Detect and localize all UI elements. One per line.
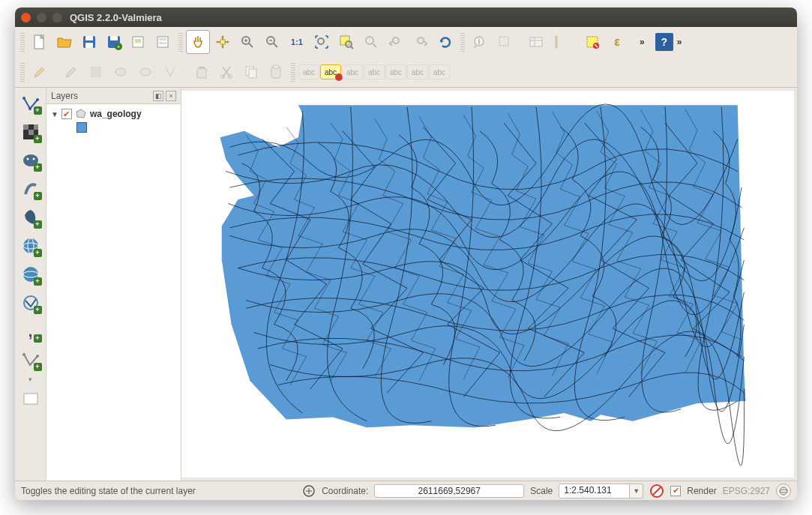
statusbar-hint: Toggles the editing state of the current… xyxy=(21,486,196,496)
svg-point-60 xyxy=(32,158,34,160)
svg-point-52 xyxy=(28,107,31,110)
pan-button[interactable] xyxy=(186,30,210,54)
toolbar-handle[interactable] xyxy=(20,32,25,52)
add-csv-button[interactable]: ,+ xyxy=(18,319,43,344)
measure-button[interactable] xyxy=(549,30,573,54)
zoom-layer-button[interactable] xyxy=(359,30,383,54)
svg-point-74 xyxy=(780,490,787,493)
new-composer-button[interactable] xyxy=(127,30,151,54)
zoom-selection-button[interactable] xyxy=(334,30,358,54)
new-project-button[interactable] xyxy=(28,30,52,54)
toolbar-overflow-icon[interactable]: » xyxy=(637,37,648,47)
select-button[interactable] xyxy=(493,30,517,54)
remove-layer-button[interactable] xyxy=(18,386,43,412)
expand-icon[interactable]: ▼ xyxy=(51,110,58,118)
svg-rect-48 xyxy=(249,69,256,78)
window-title: QGIS 2.2.0-Valmiera xyxy=(70,12,162,23)
add-wfs-button[interactable]: + xyxy=(18,290,43,316)
map-tips-button[interactable] xyxy=(580,30,604,54)
composer-manager-button[interactable] xyxy=(151,30,175,54)
toolbar-overflow-icon[interactable]: » xyxy=(674,37,685,47)
zoom-full-button[interactable] xyxy=(310,30,334,54)
window-close-icon[interactable] xyxy=(21,13,31,22)
cut-button[interactable] xyxy=(214,60,238,84)
label-change-button[interactable]: abc xyxy=(429,64,450,79)
render-label: Render xyxy=(687,486,716,496)
label-rotate-button[interactable]: abc xyxy=(407,64,428,79)
layer-symbol-swatch[interactable] xyxy=(76,122,87,133)
toolbar-handle[interactable] xyxy=(460,32,465,52)
paste-button[interactable] xyxy=(264,60,288,84)
polygon-layer-icon xyxy=(75,109,87,119)
expression-button[interactable]: ε xyxy=(605,30,629,54)
crs-button[interactable] xyxy=(776,484,791,499)
add-raster-button[interactable]: + xyxy=(18,119,43,145)
panel-close-icon[interactable]: × xyxy=(166,91,176,101)
window-minimize-icon[interactable] xyxy=(37,13,46,22)
add-feature-button[interactable] xyxy=(109,60,133,84)
add-mssql-button[interactable]: + xyxy=(18,205,43,230)
save-edits-button[interactable] xyxy=(84,60,108,84)
svg-rect-13 xyxy=(220,40,225,44)
svg-point-25 xyxy=(366,37,373,44)
titlebar: QGIS 2.2.0-Valmiera xyxy=(15,7,797,27)
svg-rect-11 xyxy=(159,38,166,40)
label-pin-button[interactable]: abc xyxy=(342,64,363,79)
zoom-next-button[interactable] xyxy=(409,30,433,54)
add-vector-button[interactable]: + xyxy=(18,91,43,116)
new-shapefile-button[interactable]: + xyxy=(18,347,43,373)
label-show-button[interactable]: abc xyxy=(364,64,385,79)
svg-rect-41 xyxy=(164,66,167,69)
save-as-button[interactable]: + xyxy=(102,30,126,54)
svg-rect-57 xyxy=(34,124,38,130)
svg-line-15 xyxy=(249,43,253,47)
label-move-button[interactable]: abc xyxy=(385,64,406,79)
label-highlight-button[interactable]: abc xyxy=(320,64,341,79)
svg-rect-2 xyxy=(85,36,93,40)
delete-button[interactable] xyxy=(190,60,214,84)
toggle-editing-button[interactable] xyxy=(59,60,83,84)
open-project-button[interactable] xyxy=(52,30,76,54)
layer-visibility-checkbox[interactable] xyxy=(61,109,72,119)
epsg-label: EPSG:2927 xyxy=(723,486,770,496)
toolbar-handle[interactable] xyxy=(291,62,295,82)
zoom-native-button[interactable]: 1:1 xyxy=(285,30,309,54)
save-project-button[interactable] xyxy=(77,30,101,54)
window-maximize-icon[interactable] xyxy=(52,13,62,22)
render-checkbox[interactable] xyxy=(670,486,681,496)
identify-button[interactable]: i xyxy=(468,30,492,54)
zoom-out-button[interactable] xyxy=(260,30,284,54)
open-table-button[interactable] xyxy=(524,30,548,54)
map-canvas[interactable] xyxy=(181,91,794,478)
statusbar: Toggles the editing state of the current… xyxy=(15,481,797,500)
label-layer-button[interactable]: abc xyxy=(298,64,319,79)
svg-line-26 xyxy=(373,43,376,47)
add-postgis-button[interactable]: + xyxy=(18,148,43,173)
node-tool-button[interactable] xyxy=(158,60,182,84)
panel-undock-icon[interactable]: ◧ xyxy=(153,91,163,101)
layers-tree[interactable]: ▼ wa_geology xyxy=(46,104,181,481)
coordinate-input[interactable]: 2611669,52967 xyxy=(374,484,524,498)
toolbar-handle[interactable] xyxy=(178,32,183,52)
pan-selection-button[interactable] xyxy=(211,30,235,54)
svg-text:i: i xyxy=(478,37,481,46)
layer-row[interactable]: ▼ wa_geology xyxy=(51,109,176,119)
help-button[interactable]: ? xyxy=(655,33,673,51)
copy-button[interactable] xyxy=(239,60,263,84)
zoom-last-button[interactable] xyxy=(384,30,408,54)
current-edits-button[interactable] xyxy=(28,60,52,84)
toolbar-handle[interactable] xyxy=(20,62,25,82)
svg-rect-32 xyxy=(530,37,542,46)
refresh-button[interactable] xyxy=(433,30,457,54)
add-spatialite-button[interactable]: + xyxy=(18,176,43,202)
zoom-in-button[interactable] xyxy=(235,30,259,54)
extents-icon[interactable] xyxy=(302,484,316,498)
svg-rect-9 xyxy=(135,39,141,43)
scale-input[interactable]: 1:2.540.131 xyxy=(559,484,630,499)
svg-rect-31 xyxy=(499,37,508,46)
scale-dropdown-icon[interactable]: ▼ xyxy=(630,484,643,499)
add-wcs-button[interactable]: + xyxy=(18,262,43,287)
move-feature-button[interactable] xyxy=(133,60,157,84)
stop-render-icon[interactable] xyxy=(649,484,664,499)
add-wms-button[interactable]: + xyxy=(18,233,43,259)
